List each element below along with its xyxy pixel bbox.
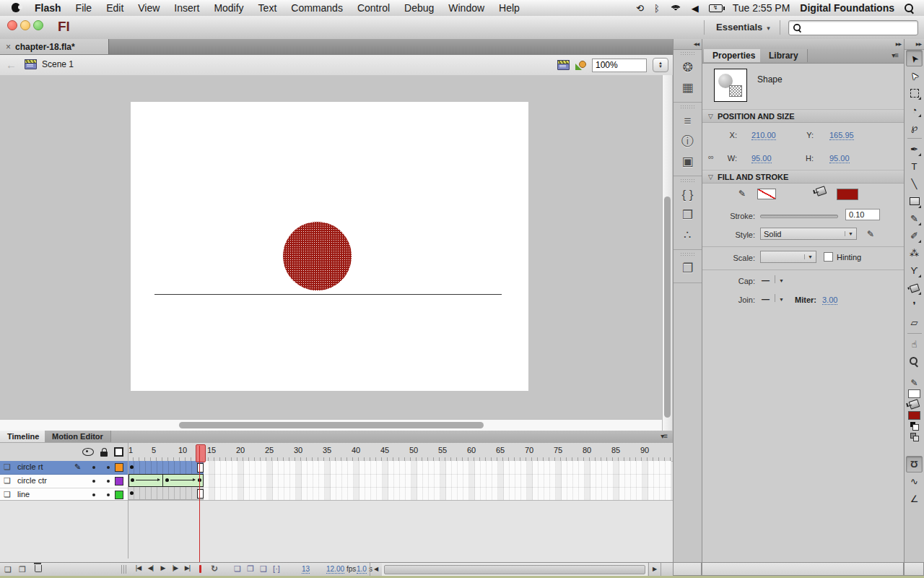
black-and-white-button[interactable] bbox=[910, 422, 919, 431]
center-frame-button[interactable] bbox=[199, 565, 201, 573]
frame-span-line[interactable] bbox=[128, 487, 204, 500]
timeline-scroll-right-arrow[interactable]: ▶ bbox=[648, 563, 661, 576]
menu-item-flash[interactable]: Flash bbox=[27, 2, 69, 14]
fill-color-swatch[interactable] bbox=[837, 189, 858, 200]
panel-menu-icon[interactable]: ▾≡ bbox=[892, 51, 898, 59]
back-arrow-icon[interactable]: ← bbox=[6, 59, 17, 71]
edit-symbols-button[interactable] bbox=[575, 61, 586, 70]
hand-tool[interactable]: ☝ bbox=[906, 336, 923, 353]
layer-outline-color-swatch[interactable] bbox=[115, 491, 123, 499]
timeline-scroll-left-arrow[interactable]: ◀ bbox=[370, 563, 383, 576]
panel-gripper[interactable] bbox=[680, 178, 696, 183]
panel-gripper[interactable] bbox=[680, 51, 696, 56]
menu-item-control[interactable]: Control bbox=[350, 2, 397, 14]
edit-stroke-style-button[interactable]: ✎ bbox=[867, 229, 874, 239]
keyframe-dot[interactable] bbox=[130, 491, 134, 495]
brush-tool[interactable]: ✐ bbox=[906, 228, 923, 244]
spotlight-icon[interactable] bbox=[905, 4, 914, 13]
tab-timeline[interactable]: Timeline bbox=[0, 431, 47, 442]
step-back-button[interactable]: ◀| bbox=[144, 564, 157, 571]
hinting-checkbox[interactable] bbox=[824, 252, 833, 262]
layer-row-circle-ctr[interactable]: ❏ circle ctr bbox=[0, 475, 128, 488]
minimize-window-button[interactable] bbox=[20, 20, 30, 30]
menu-item-insert[interactable]: Insert bbox=[167, 2, 206, 14]
w-value[interactable]: 95.00 bbox=[751, 154, 772, 163]
pen-tool[interactable]: ✒ bbox=[906, 141, 923, 158]
keyframe-dot[interactable] bbox=[131, 478, 134, 482]
frame-rate-indicator[interactable]: 12.00fps bbox=[326, 565, 356, 573]
menu-user[interactable]: Digital Foundations bbox=[800, 2, 894, 14]
window-title-bar[interactable]: Fl Essentials▾ bbox=[0, 16, 924, 40]
apple-menu[interactable] bbox=[0, 2, 27, 14]
join-style-icon[interactable]: — bbox=[762, 295, 770, 303]
smooth-button[interactable]: ∿ bbox=[906, 473, 923, 490]
swatches-panel-icon[interactable]: ▦ bbox=[674, 77, 702, 98]
tools-collapse-bar[interactable]: ▶▶ bbox=[905, 39, 924, 50]
align-panel-icon[interactable]: ≡ bbox=[674, 111, 702, 131]
layer-lock-dot[interactable] bbox=[107, 493, 110, 496]
line-tool[interactable]: ╲ bbox=[906, 176, 923, 192]
snap-to-objects-button[interactable] bbox=[906, 456, 923, 473]
goto-first-frame-button[interactable]: |◀ bbox=[132, 564, 144, 571]
stage-vertical-scrollbar[interactable] bbox=[662, 75, 672, 458]
miter-value[interactable]: 3.00 bbox=[822, 296, 837, 305]
menu-item-commands[interactable]: Commands bbox=[284, 2, 350, 14]
layer-name[interactable]: circle ctr bbox=[17, 476, 47, 485]
stroke-weight-slider[interactable] bbox=[760, 215, 838, 218]
bone-tool[interactable]: ϒ bbox=[906, 262, 923, 279]
rectangle-tool[interactable] bbox=[906, 193, 923, 210]
layer-outline-color-swatch[interactable] bbox=[115, 463, 123, 472]
tab-motion-editor[interactable]: Motion Editor bbox=[45, 431, 111, 442]
h-value[interactable]: 95.00 bbox=[829, 154, 850, 163]
stroke-color-swatch[interactable] bbox=[757, 189, 776, 199]
close-window-button[interactable] bbox=[7, 20, 17, 30]
end-frame-marker[interactable] bbox=[197, 489, 204, 499]
stroke-color-control[interactable]: ✎ bbox=[905, 377, 924, 388]
close-tab-icon[interactable]: × bbox=[0, 42, 15, 52]
onion-skin-button[interactable]: ❏ bbox=[231, 564, 244, 574]
frame-span-circle-rt[interactable] bbox=[128, 461, 204, 474]
stage-canvas[interactable] bbox=[131, 102, 528, 391]
properties-collapse-bar[interactable]: ▶▶ bbox=[702, 39, 904, 50]
free-transform-tool[interactable] bbox=[906, 85, 923, 101]
pencil-tool[interactable]: ✎ bbox=[906, 210, 923, 227]
horizontal-line-shape[interactable] bbox=[154, 294, 502, 295]
subselection-tool[interactable] bbox=[906, 67, 923, 84]
eyedropper-tool[interactable]: ❜ bbox=[906, 297, 923, 314]
layer-visibility-dot[interactable] bbox=[92, 480, 95, 483]
delete-layer-button[interactable] bbox=[35, 563, 42, 574]
timeline-scrollbar[interactable] bbox=[382, 563, 648, 576]
menu-item-edit[interactable]: Edit bbox=[99, 2, 131, 14]
frame-span-circle-ctr[interactable] bbox=[128, 474, 204, 487]
text-tool[interactable]: T bbox=[906, 158, 923, 175]
battery-icon[interactable]: ↯ bbox=[709, 4, 723, 12]
eraser-tool[interactable]: ▱ bbox=[906, 314, 923, 331]
dock-collapse-bar[interactable]: ◀◀ bbox=[674, 39, 702, 50]
panel-menu-icon[interactable]: ▾≡ bbox=[661, 432, 667, 440]
vertical-scrollbar-thumb[interactable] bbox=[664, 197, 671, 418]
help-search-field[interactable] bbox=[788, 20, 918, 35]
stroke-scale-dropdown[interactable]: ▼ bbox=[760, 251, 816, 263]
outline-layers-icon[interactable] bbox=[114, 447, 123, 457]
end-frame-marker[interactable] bbox=[197, 463, 204, 473]
menu-item-window[interactable]: Window bbox=[441, 2, 492, 14]
zoom-window-button[interactable] bbox=[33, 20, 43, 30]
timeline-scrollbar-thumb[interactable] bbox=[384, 565, 645, 574]
empty-frames-grid[interactable] bbox=[204, 461, 671, 501]
section-fill-and-stroke[interactable]: ▽ FILL AND STROKE bbox=[702, 170, 904, 184]
stroke-style-dropdown[interactable]: Solid ▼ bbox=[760, 228, 857, 240]
stage-horizontal-scrollbar[interactable] bbox=[0, 419, 662, 431]
search-input[interactable] bbox=[805, 22, 916, 34]
deco-tool[interactable]: ⁂ bbox=[906, 245, 923, 262]
menu-item-file[interactable]: File bbox=[69, 2, 100, 14]
edit-scene-button[interactable] bbox=[557, 60, 570, 70]
paint-bucket-tool[interactable] bbox=[906, 280, 923, 296]
loop-playback-button[interactable]: ↻ bbox=[211, 564, 218, 574]
menu-item-text[interactable]: Text bbox=[251, 2, 284, 14]
selection-tool[interactable] bbox=[906, 50, 923, 66]
straighten-button[interactable]: ∠ bbox=[906, 491, 923, 507]
frame-ruler[interactable]: 151015202530354045505560657075808590 bbox=[128, 443, 673, 461]
x-value[interactable]: 210.00 bbox=[751, 131, 776, 140]
onion-skin-outlines-button[interactable]: ❐ bbox=[244, 564, 257, 574]
play-button[interactable]: ▶ bbox=[157, 564, 169, 571]
